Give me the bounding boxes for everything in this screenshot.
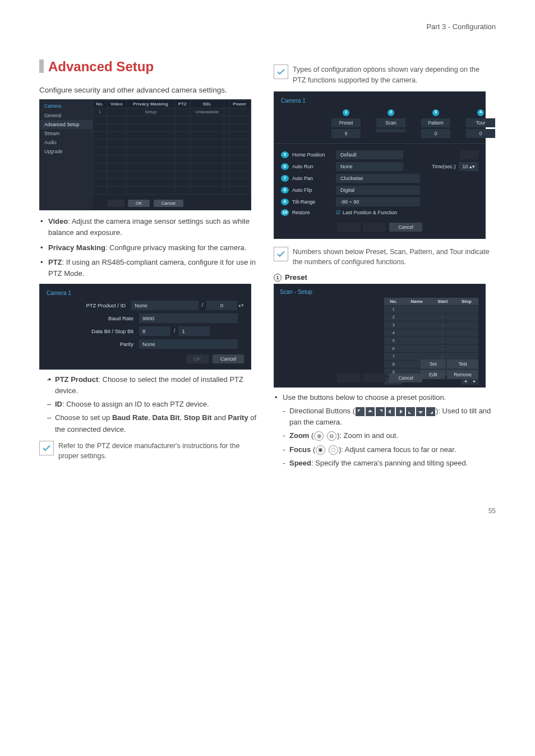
ptz-id-spinner[interactable]: 0	[206, 301, 237, 310]
preset-setup-screenshot: Scan - Setup No.NameStartStop 1 2- 3- 4-…	[274, 284, 486, 388]
sidebar-item[interactable]: Stream	[40, 129, 93, 138]
check-icon	[39, 441, 54, 455]
cancel-button[interactable]: Cancel	[389, 223, 422, 232]
note-text: Refer to the PTZ device manufacturer's i…	[58, 441, 258, 462]
ok-button[interactable]: OK	[186, 354, 209, 363]
breadcrumb: Part 3 - Configuration	[39, 22, 496, 31]
cancel-button[interactable]: Cancel	[213, 354, 244, 363]
ptz-advanced-screenshot: Camera 1 1 Preset 9 2 Scan 3 Pattern	[274, 91, 486, 239]
tab-preset[interactable]: 1 Preset 9	[331, 109, 361, 138]
tilt-range-select[interactable]: -90 ~ 90	[336, 197, 420, 206]
set-button[interactable]: Set	[421, 359, 445, 368]
check-icon	[274, 64, 288, 79]
auto-run-select[interactable]: None	[336, 162, 403, 171]
list-item: Video: Adjust the camera image sensor se…	[39, 216, 258, 238]
sidebar-item[interactable]: Advanced Setup	[40, 120, 93, 129]
section-number: 1	[274, 274, 282, 282]
tab-pattern[interactable]: 3 Pattern 0	[421, 109, 450, 138]
list-item: PTZ Product: Choose to select the model …	[46, 374, 258, 397]
stop-bit-select[interactable]: 1	[178, 326, 210, 336]
camera-title: Camera 1	[47, 290, 244, 296]
ptz-product-select[interactable]: None	[131, 301, 198, 310]
test-button[interactable]: Test	[447, 359, 478, 368]
sidebar-item[interactable]: Upgrade	[40, 147, 93, 156]
sidebar-item[interactable]: General	[40, 111, 93, 120]
list-item: PTZ: If using an RS485-compliant camera,…	[39, 257, 258, 279]
cancel-button[interactable]: Cancel	[389, 374, 422, 382]
arrow-up-icon	[366, 407, 375, 416]
time-spinner[interactable]: 10 ▴▾	[459, 162, 478, 171]
field-label: Tilt-Range	[292, 199, 336, 205]
parity-select[interactable]: None	[139, 339, 238, 349]
arrow-up-left-icon	[356, 407, 365, 416]
advanced-setup-screenshot: REVO HD Camera General Advanced Setup St…	[39, 99, 251, 210]
restore-checkbox[interactable]: ☑Last Position & Function	[336, 210, 397, 215]
list-item: Choose to set up Baud Rate, Data Bit, St…	[46, 412, 258, 435]
note-text: Numbers shown below Preset, Scan, Patter…	[293, 247, 492, 268]
page-title: Advanced Setup	[39, 59, 258, 75]
camera-table: No.VideoPrivacy MaskingPTZSSLPower 1Setu…	[93, 100, 251, 195]
dialog-title: Scan - Setup	[280, 289, 479, 295]
list-item: Privacy Masking: Configure privacy maski…	[39, 242, 258, 253]
sidebar-item[interactable]: Audio	[40, 138, 93, 147]
arrow-up-right-icon	[376, 407, 385, 416]
check-icon	[274, 247, 288, 261]
list-item: Focus (◉ ◌): Adjust camera focus to far …	[282, 444, 492, 455]
auto-flip-select[interactable]: Digital	[336, 186, 420, 195]
auto-pan-select[interactable]: Clockwise	[336, 174, 420, 183]
note-text: Types of configuration options shown var…	[293, 64, 492, 86]
list-item: ID: Choose to assign an ID to each PTZ d…	[46, 399, 258, 410]
baud-rate-select[interactable]: 9600	[139, 314, 238, 323]
lead-text: Configure security and other advanced ca…	[39, 85, 258, 96]
arrow-down-right-icon	[426, 407, 435, 416]
field-label: Auto Pan	[292, 176, 336, 181]
ok-button[interactable]: OK	[128, 200, 150, 207]
zoom-out-icon: ⊖	[327, 431, 336, 441]
list-item: Use the buttons below to choose a preset…	[274, 392, 492, 469]
section-title: Preset	[285, 273, 307, 282]
arrow-left-icon	[386, 407, 395, 416]
field-label: Auto Run	[292, 164, 336, 169]
apply-button[interactable]	[460, 150, 478, 159]
field-label: PTZ Product / ID	[47, 302, 131, 308]
focus-far-icon: ◉	[316, 445, 325, 455]
field-label: Restore	[292, 210, 336, 215]
list-item: Speed: Specify the camera's panning and …	[282, 458, 492, 469]
field-label: Parity	[47, 341, 139, 347]
list-item: Directional Buttons (): Used to tilt and…	[282, 405, 492, 428]
camera-title: Camera 1	[281, 98, 478, 104]
tab-tour[interactable]: 4 Tour 0	[466, 109, 495, 138]
zoom-in-icon: ⊕	[314, 431, 324, 441]
ptz-settings-screenshot: Camera 1 PTZ Product / ID None / 0 ▴▾ Ba…	[39, 284, 251, 370]
time-label: Time(sec.)	[432, 164, 455, 169]
field-label: Home Position	[292, 152, 336, 158]
arrow-down-left-icon	[406, 407, 415, 416]
field-label: Auto Flip	[292, 187, 336, 193]
side-header: Camera	[40, 100, 93, 111]
list-item: Zoom (⊕ ⊖): Zoom in and out.	[282, 430, 492, 441]
tab-scan[interactable]: 2 Scan	[376, 109, 405, 138]
focus-near-icon: ◌	[329, 445, 338, 455]
arrow-right-icon	[396, 407, 405, 416]
arrow-down-icon	[416, 407, 425, 416]
page-number: 55	[39, 507, 496, 515]
data-bit-select[interactable]: 8	[139, 326, 170, 336]
field-label: Data Bit / Stop Bit	[47, 328, 139, 334]
home-position-select[interactable]: Default	[336, 150, 403, 159]
cancel-button[interactable]: Cancel	[154, 200, 183, 207]
field-label: Baud Rate	[47, 315, 139, 321]
